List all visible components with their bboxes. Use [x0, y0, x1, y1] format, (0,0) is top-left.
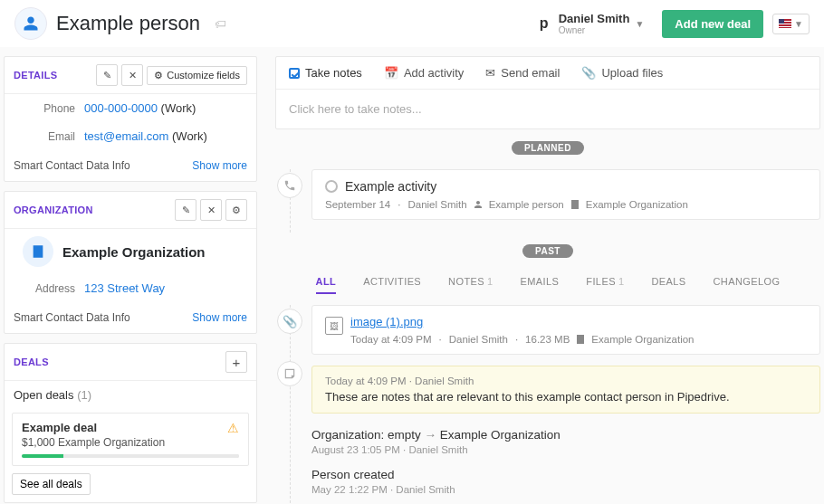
owner-role: Owner: [559, 25, 630, 35]
org-name: Example Organization: [62, 244, 206, 260]
deal-card[interactable]: Example deal $1,000 Example Organization…: [12, 413, 249, 466]
note-icon: [277, 361, 302, 386]
filter-emails[interactable]: EMAILS: [521, 276, 560, 294]
filter-changelog[interactable]: CHANGELOG: [713, 276, 780, 294]
show-more-link[interactable]: Show more: [192, 159, 247, 172]
activity-item[interactable]: Example activity September 14 Daniel Smi…: [311, 169, 820, 220]
compose-box: Take notes 📅Add activity ✉Send email 📎Up…: [275, 56, 820, 129]
open-deals-row: Open deals (1): [5, 381, 256, 409]
changelog-item: Person created May 22 1:22 PM · Daniel S…: [311, 468, 820, 495]
tab-add-activity[interactable]: 📅Add activity: [384, 66, 464, 80]
collapse-button[interactable]: ✕: [200, 199, 222, 221]
email-icon: ✉: [485, 66, 495, 80]
settings-button[interactable]: ⚙: [225, 199, 247, 221]
person-icon: [23, 15, 39, 32]
pipedrive-logo-icon: p: [535, 14, 553, 33]
locale-selector[interactable]: ▼: [772, 14, 810, 34]
attachment-icon: 📎: [277, 309, 302, 334]
checkbox-icon: [289, 68, 300, 79]
see-all-deals-button[interactable]: See all deals: [12, 473, 91, 495]
collapse-button[interactable]: ✕: [121, 64, 143, 86]
file-item[interactable]: 🖼 image (1).png Today at 4:09 PM Daniel …: [311, 305, 820, 355]
phone-field: Phone 000-000-0000 (Work): [5, 94, 256, 122]
smart-contact-label: Smart Contact Data Info: [14, 159, 192, 172]
tab-upload-files[interactable]: 📎Upload files: [581, 66, 663, 80]
attachment-icon: 📎: [581, 66, 596, 80]
calendar-icon: 📅: [384, 66, 398, 80]
file-name[interactable]: image (1).png: [350, 315, 423, 328]
page-title: Example person: [56, 12, 200, 35]
add-deal-button[interactable]: +: [225, 351, 247, 373]
filter-files[interactable]: FILES1: [586, 276, 624, 294]
details-card: DETAILS ✎ ✕ ⚙ Customize fields Phone 000…: [4, 56, 257, 182]
filter-all[interactable]: ALL: [316, 276, 337, 294]
chevron-down-icon: ▼: [794, 19, 803, 29]
building-icon: [570, 199, 580, 210]
address-field: Address 123 Street Way: [5, 274, 256, 302]
owner-name: Daniel Smith: [559, 12, 630, 25]
edit-button[interactable]: ✎: [175, 199, 196, 221]
customize-fields-button[interactable]: ⚙ Customize fields: [147, 66, 247, 85]
tab-send-email[interactable]: ✉Send email: [485, 66, 560, 80]
email-field: Email test@email.com (Work): [5, 122, 256, 150]
org-row[interactable]: Example Organization: [5, 229, 256, 274]
owner-selector[interactable]: p Daniel Smith Owner ▼: [535, 12, 645, 35]
person-avatar: [14, 7, 47, 40]
deal-name: Example deal: [22, 421, 239, 434]
building-icon: [575, 334, 586, 345]
smart-contact-label: Smart Contact Data Info: [14, 311, 192, 324]
filter-tabs: ALL ACTIVITIES NOTES1 EMAILS FILES1 DEAL…: [275, 269, 820, 301]
page-header: Example person 🏷 p Daniel Smith Owner ▼ …: [0, 0, 824, 47]
arrow-right-icon: →: [425, 428, 437, 442]
organization-title: ORGANIZATION: [14, 204, 171, 215]
flag-us-icon: [779, 19, 791, 28]
deals-card: DEALS + Open deals (1) Example deal $1,0…: [4, 343, 257, 503]
email-link[interactable]: test@email.com: [84, 129, 168, 143]
deals-title: DEALS: [14, 357, 222, 367]
complete-checkbox[interactable]: [325, 180, 338, 193]
gear-icon: ⚙: [154, 70, 163, 81]
call-icon: [277, 173, 302, 198]
tag-icon[interactable]: 🏷: [215, 17, 226, 31]
org-avatar: [23, 236, 53, 267]
planned-pill: PLANNED: [512, 141, 584, 155]
deal-progress: [22, 454, 239, 458]
past-pill: PAST: [522, 244, 573, 258]
tab-take-notes[interactable]: Take notes: [289, 66, 362, 80]
edit-button[interactable]: ✎: [96, 64, 118, 86]
phone-link[interactable]: 000-000-0000: [84, 101, 158, 115]
notes-input[interactable]: Click here to take notes...: [276, 90, 819, 128]
person-icon: [473, 199, 484, 210]
address-link[interactable]: 123 Street Way: [84, 281, 165, 295]
details-title: DETAILS: [14, 70, 92, 81]
building-icon: [31, 244, 45, 259]
note-body: These are notes that are relevant to thi…: [325, 390, 807, 404]
show-more-link[interactable]: Show more: [192, 311, 247, 324]
organization-card: ORGANIZATION ✎ ✕ ⚙ Example Organization …: [4, 191, 257, 334]
filter-activities[interactable]: ACTIVITIES: [363, 276, 421, 294]
note-item[interactable]: Today at 4:09 PM · Daniel Smith These ar…: [311, 366, 820, 414]
filter-notes[interactable]: NOTES1: [448, 276, 493, 294]
warning-icon: ⚠: [227, 421, 239, 435]
changelog-item: Organization: empty → Example Organizati…: [311, 428, 820, 455]
add-new-deal-button[interactable]: Add new deal: [662, 10, 763, 38]
chevron-down-icon: ▼: [635, 19, 644, 29]
activity-title: Example activity: [345, 179, 436, 194]
image-icon: 🖼: [325, 317, 343, 335]
filter-deals[interactable]: DEALS: [651, 276, 685, 294]
